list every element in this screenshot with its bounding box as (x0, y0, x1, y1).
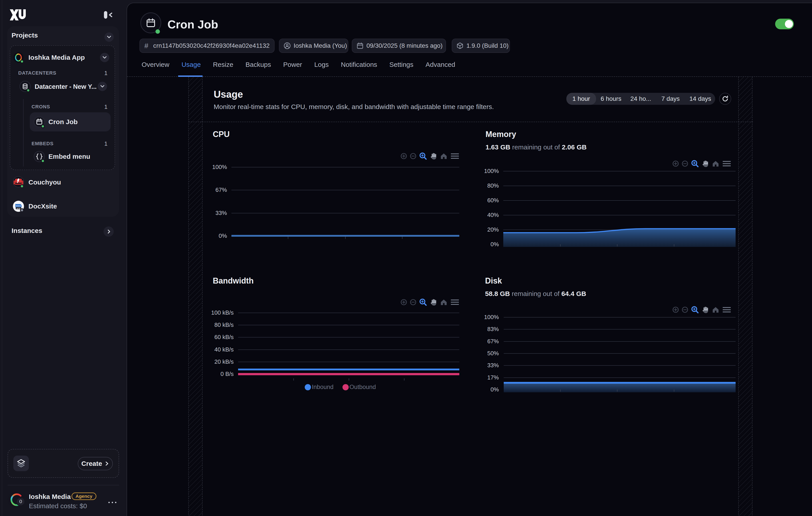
svg-text:DOCX: DOCX (16, 205, 21, 207)
svg-text:SITE: SITE (17, 207, 21, 209)
